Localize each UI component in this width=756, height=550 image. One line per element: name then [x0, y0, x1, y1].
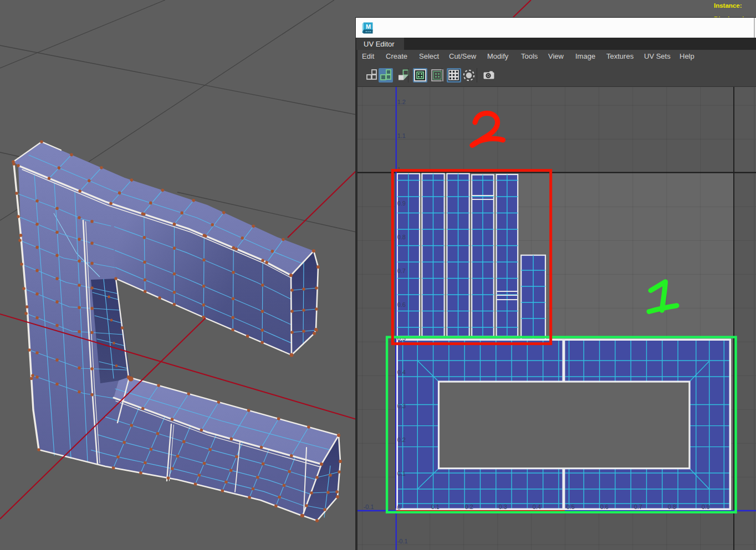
- svg-text:0.3: 0.3: [397, 403, 406, 409]
- svg-text:0.6: 0.6: [397, 301, 406, 308]
- svg-text:0.6: 0.6: [600, 503, 609, 510]
- svg-text:-0.1: -0.1: [397, 538, 408, 544]
- svg-text:0: 0: [397, 504, 401, 511]
- svg-text:0.3: 0.3: [499, 503, 507, 510]
- svg-text:0.4: 0.4: [397, 369, 406, 376]
- svg-text:0.8: 0.8: [397, 234, 406, 240]
- svg-text:1.2: 1.2: [397, 99, 406, 105]
- svg-text:0.7: 0.7: [634, 503, 642, 510]
- svg-text:0.5: 0.5: [566, 503, 575, 510]
- svg-text:0.9: 0.9: [702, 503, 710, 510]
- svg-text:0.1: 0.1: [431, 503, 440, 510]
- svg-text:0.4: 0.4: [533, 503, 541, 510]
- svg-text:M: M: [366, 23, 371, 30]
- svg-text:0.8: 0.8: [668, 503, 676, 510]
- svg-text:0.9: 0.9: [397, 200, 406, 207]
- svg-text:0.2: 0.2: [397, 436, 406, 443]
- svg-text:1.1: 1.1: [397, 132, 406, 139]
- svg-text:0.7: 0.7: [397, 268, 406, 274]
- svg-text:-0.1: -0.1: [364, 503, 374, 510]
- svg-text:0.2: 0.2: [465, 503, 473, 510]
- svg-text:0.1: 0.1: [397, 470, 406, 477]
